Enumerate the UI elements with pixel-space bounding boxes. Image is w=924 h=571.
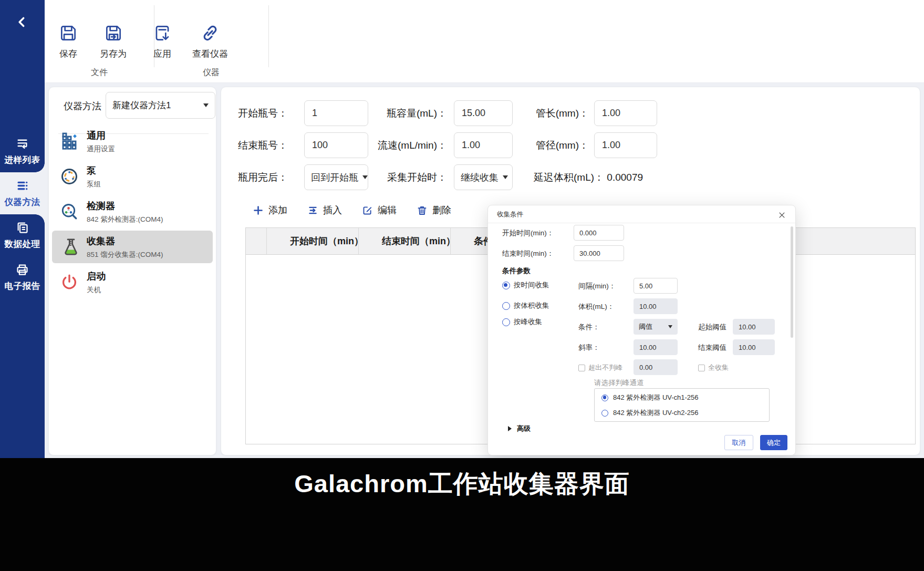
plus-icon <box>253 205 264 216</box>
bottle-volume-label: 瓶容量(mL)： <box>368 100 447 126</box>
start-time-column-header: 开始时间（min） <box>267 228 359 254</box>
start-bottle-label: 开始瓶号： <box>221 100 288 126</box>
slope-input[interactable] <box>634 339 678 355</box>
acquisition-start-value: 继续收集 <box>461 171 499 184</box>
collect-all-checkbox[interactable]: 全收集 <box>698 363 729 372</box>
method-select[interactable]: 新建仪器方法1 <box>106 92 215 119</box>
advanced-expander[interactable]: 高级 <box>508 424 531 433</box>
ok-button[interactable]: 确定 <box>760 435 787 450</box>
add-button[interactable]: 添加 <box>253 204 287 216</box>
condition-section-title: 条件参数 <box>502 266 531 276</box>
dialog-title: 收集条件 <box>497 210 523 219</box>
caption-banner: Galachrom工作站收集器界面 <box>0 458 924 571</box>
view-instrument-button[interactable]: 查看仪器 <box>192 23 228 60</box>
sidebar-item-label: 仪器方法 <box>5 196 40 208</box>
start-threshold-input[interactable] <box>733 319 775 335</box>
advanced-label: 高级 <box>517 424 531 433</box>
device-item-detector[interactable]: 检测器 842 紫外检测器:(COM4) <box>52 195 213 228</box>
condition-select-value: 阈值 <box>639 322 664 331</box>
radio-icon <box>502 318 510 326</box>
close-button[interactable] <box>776 210 787 220</box>
device-subtitle: 关机 <box>87 285 106 295</box>
collapse-sidebar-button[interactable] <box>11 11 34 34</box>
condition-select[interactable]: 阈值 <box>634 319 678 335</box>
delay-volume-label: 延迟体积(mL)： <box>534 172 604 183</box>
device-title: 检测器 <box>87 200 163 212</box>
device-item-collector[interactable]: 收集器 851 馏分收集器:(COM4) <box>52 231 213 263</box>
end-bottle-input[interactable] <box>304 132 368 158</box>
no-peak-checkbox[interactable]: 超出不判峰 <box>578 363 622 372</box>
by-time-radio[interactable]: 按时间收集 <box>502 281 549 290</box>
start-bottle-input[interactable] <box>304 100 368 126</box>
channel-hint: 请选择判峰通道 <box>594 378 644 388</box>
device-subtitle: 851 馏分收集器:(COM4) <box>87 250 163 259</box>
flow-rate-input[interactable] <box>454 132 513 158</box>
collection-condition-dialog: 收集条件 开始时间(min)： 结束时间(min)： 条件参数 按时间收集 间隔… <box>487 205 796 455</box>
link-icon <box>200 23 220 43</box>
device-subtitle: 泵组 <box>87 180 101 189</box>
interval-label: 间隔(min)： <box>578 282 616 291</box>
save-as-button[interactable]: 另存为 <box>100 23 127 60</box>
collect-all-checkbox-label: 全收集 <box>708 363 729 372</box>
device-item-general[interactable]: 通用 通用设置 <box>52 125 213 158</box>
dialog-scrollbar[interactable] <box>791 226 793 338</box>
volume-label: 体积(mL)： <box>578 302 614 312</box>
chevron-down-icon <box>668 325 672 328</box>
by-peak-radio[interactable]: 按峰收集 <box>502 317 542 327</box>
radio-icon <box>601 394 608 401</box>
sidebar-item-label: 数据处理 <box>5 238 40 250</box>
checkbox-icon <box>698 365 705 371</box>
end-bottle-label: 结束瓶号： <box>221 132 288 158</box>
insert-button[interactable]: 插入 <box>307 204 342 216</box>
chevron-down-icon <box>503 175 508 179</box>
device-item-pump[interactable]: 泵 泵组 <box>52 160 213 193</box>
save-as-icon <box>103 23 123 43</box>
cancel-button[interactable]: 取消 <box>724 435 753 450</box>
delete-button-label: 删除 <box>432 204 451 216</box>
tube-diameter-input[interactable] <box>594 132 657 158</box>
device-item-startup[interactable]: 启动 关机 <box>52 266 213 298</box>
tube-length-input[interactable] <box>594 100 657 126</box>
channel-option-2[interactable]: 842 紫外检测器 UV-ch2-256 <box>595 407 769 419</box>
end-time-input[interactable] <box>574 245 624 261</box>
no-peak-input[interactable] <box>634 359 678 375</box>
ribbon-toolbar: 保存 另存为 应用 查看仪器 文件 仪器 <box>45 0 924 83</box>
end-time-column-header: 结束时间（min） <box>359 228 451 254</box>
delay-volume-field: 延迟体积(mL)： 0.00079 <box>534 164 643 190</box>
bottle-volume-input[interactable] <box>454 100 513 126</box>
sidebar-item-instrument-method[interactable]: 仪器方法 <box>0 172 45 214</box>
sidebar-item-data-processing[interactable]: 数据处理 <box>0 214 45 256</box>
device-subtitle: 842 紫外检测器:(COM4) <box>87 215 163 224</box>
save-button[interactable]: 保存 <box>58 23 78 60</box>
slope-label: 斜率： <box>578 343 600 352</box>
method-panel-title: 仪器方法 <box>64 100 101 112</box>
bottle-exhausted-select[interactable]: 回到开始瓶 <box>304 164 368 190</box>
tube-length-label: 管长(mm)： <box>515 100 589 126</box>
edit-button[interactable]: 编辑 <box>362 204 397 216</box>
by-volume-radio-label: 按体积收集 <box>514 301 549 310</box>
apply-button[interactable]: 应用 <box>152 23 172 60</box>
channel-option-1[interactable]: 842 紫外检测器 UV-ch1-256 <box>595 391 769 404</box>
bottle-exhausted-label: 瓶用完后： <box>221 164 288 190</box>
by-volume-radio[interactable]: 按体积收集 <box>502 301 549 310</box>
start-time-input[interactable] <box>574 225 624 241</box>
app-window: 进样列表 仪器方法 数据处理 电子报告 <box>0 0 924 571</box>
start-time-label: 开始时间(min)： <box>502 229 554 238</box>
device-title: 启动 <box>87 270 106 283</box>
chevron-down-icon <box>362 175 368 179</box>
caption-title: Galachrom工作站收集器界面 <box>294 468 630 571</box>
volume-input[interactable] <box>634 298 678 314</box>
delay-volume-value: 0.00079 <box>607 172 643 183</box>
printer-icon <box>15 263 29 277</box>
instrument-method-icon <box>15 179 29 193</box>
channel-option-label: 842 紫外检测器 UV-ch2-256 <box>613 408 699 418</box>
delete-button[interactable]: 删除 <box>417 204 451 216</box>
view-instrument-button-label: 查看仪器 <box>192 48 228 60</box>
sample-list-icon <box>15 137 29 151</box>
acquisition-start-select[interactable]: 继续收集 <box>454 164 513 190</box>
save-icon <box>58 23 78 43</box>
grid-icon <box>59 131 79 151</box>
sidebar-item-e-report[interactable]: 电子报告 <box>0 256 45 298</box>
interval-input[interactable] <box>634 278 678 294</box>
end-threshold-input[interactable] <box>733 339 775 355</box>
